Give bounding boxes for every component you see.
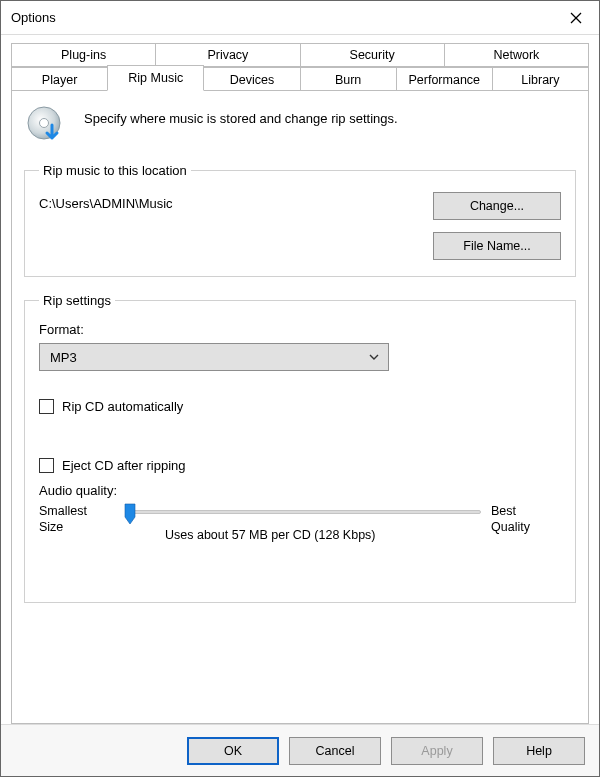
tab-network[interactable]: Network — [444, 43, 589, 67]
apply-button[interactable]: Apply — [391, 737, 483, 765]
eject-cd-checkbox[interactable] — [39, 458, 54, 473]
options-window: Options Plug-ins Privacy Security Networ… — [0, 0, 600, 777]
smallest-size-label: Smallest Size — [39, 504, 119, 535]
group-rip-settings: Rip settings Format: MP3 Rip CD automati… — [24, 293, 576, 603]
dialog-footer: OK Cancel Apply Help — [1, 724, 599, 776]
close-icon — [570, 12, 582, 24]
file-name-button[interactable]: File Name... — [433, 232, 561, 260]
close-button[interactable] — [553, 1, 599, 35]
cancel-button[interactable]: Cancel — [289, 737, 381, 765]
tab-privacy[interactable]: Privacy — [155, 43, 300, 67]
window-title: Options — [11, 10, 56, 25]
audio-quality-slider[interactable] — [129, 510, 481, 514]
tab-devices[interactable]: Devices — [203, 67, 300, 91]
eject-cd-label: Eject CD after ripping — [62, 458, 186, 473]
tab-strip: Plug-ins Privacy Security Network Player… — [11, 43, 589, 91]
tab-rip-music[interactable]: Rip Music — [107, 65, 204, 91]
tab-burn[interactable]: Burn — [300, 67, 397, 91]
best-quality-label: Best Quality — [491, 504, 561, 535]
tab-plug-ins[interactable]: Plug-ins — [11, 43, 156, 67]
tab-library[interactable]: Library — [492, 67, 589, 91]
group-rip-location-legend: Rip music to this location — [39, 163, 191, 178]
tab-player[interactable]: Player — [11, 67, 108, 91]
tab-panel-rip-music: Specify where music is stored and change… — [11, 90, 589, 724]
eject-cd-row[interactable]: Eject CD after ripping — [39, 458, 561, 473]
titlebar: Options — [1, 1, 599, 35]
chevron-down-icon — [368, 351, 380, 363]
disc-rip-icon — [26, 105, 66, 145]
audio-quality-label: Audio quality: — [39, 483, 561, 498]
svg-point-3 — [40, 119, 49, 128]
rip-cd-automatically-label: Rip CD automatically — [62, 399, 183, 414]
slider-thumb[interactable] — [124, 503, 136, 525]
intro-text: Specify where music is stored and change… — [84, 105, 398, 126]
group-rip-location: Rip music to this location C:\Users\ADMI… — [24, 163, 576, 277]
help-button[interactable]: Help — [493, 737, 585, 765]
group-rip-settings-legend: Rip settings — [39, 293, 115, 308]
rip-cd-automatically-row[interactable]: Rip CD automatically — [39, 399, 561, 414]
tab-security[interactable]: Security — [300, 43, 445, 67]
change-button[interactable]: Change... — [433, 192, 561, 220]
rip-location-path: C:\Users\ADMIN\Music — [39, 192, 173, 211]
ok-button[interactable]: OK — [187, 737, 279, 765]
rip-cd-automatically-checkbox[interactable] — [39, 399, 54, 414]
tab-performance[interactable]: Performance — [396, 67, 493, 91]
format-value: MP3 — [50, 350, 77, 365]
audio-quality-info: Uses about 57 MB per CD (128 Kbps) — [129, 528, 481, 542]
format-select[interactable]: MP3 — [39, 343, 389, 371]
format-label: Format: — [39, 322, 561, 337]
